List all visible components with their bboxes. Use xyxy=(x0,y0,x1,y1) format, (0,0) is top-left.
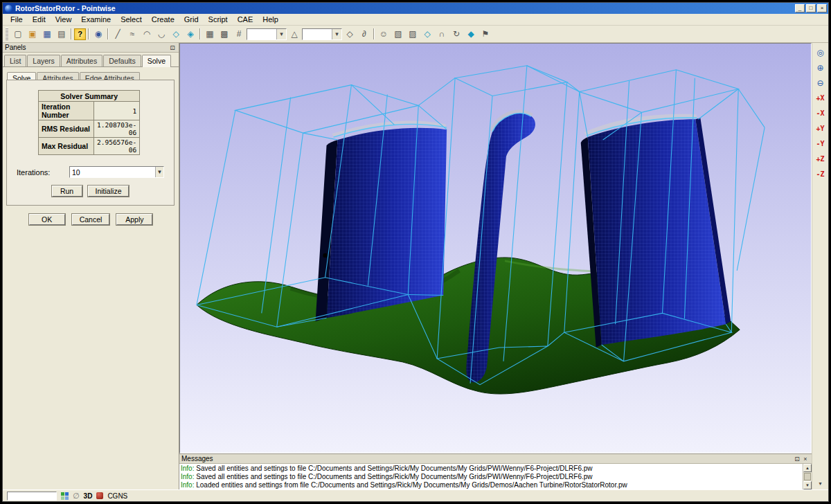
zoom-out-icon[interactable]: ⊖ xyxy=(814,76,827,89)
line-tool-icon[interactable]: ╱ xyxy=(111,28,125,41)
menu-item[interactable]: Select xyxy=(116,15,147,24)
restore-button[interactable]: □ xyxy=(806,4,816,12)
toolbar-separator[interactable] xyxy=(198,28,202,40)
curve-tool-icon[interactable]: ◡ xyxy=(154,28,168,41)
view-plus-z-button[interactable]: +Z xyxy=(814,152,827,165)
view-minus-z-button[interactable]: -Z xyxy=(814,168,827,181)
rotation-center-icon[interactable]: ◎ xyxy=(814,46,827,59)
titlebar[interactable]: RotorStatorRotor - Pointwise _ □ × xyxy=(3,3,828,14)
ok-button[interactable]: OK xyxy=(29,214,65,225)
flag-icon[interactable]: ⚑ xyxy=(479,28,492,41)
menu-item[interactable]: Create xyxy=(147,15,179,24)
toolbar-separator[interactable] xyxy=(106,28,110,40)
menu-item[interactable]: Edit xyxy=(28,15,51,24)
file-new-icon[interactable]: ▢ xyxy=(11,28,25,41)
float-panel-icon[interactable]: ⊡ xyxy=(168,44,177,51)
diamond-tool-icon[interactable]: ◇ xyxy=(169,28,183,41)
panel-tab[interactable]: Layers xyxy=(27,55,60,66)
panel-tab[interactable]: List xyxy=(4,55,26,66)
menu-item[interactable]: Script xyxy=(204,15,233,24)
scroll-thumb[interactable] xyxy=(804,473,811,480)
statusbar: ∅ 3D CGNS xyxy=(3,489,828,501)
spacing-combo[interactable] xyxy=(302,28,342,40)
summary-row-value: 1.208703e-06 xyxy=(94,120,140,138)
log-line: Info: Saved all entities and settings to… xyxy=(181,473,801,481)
file-import-icon[interactable]: ▤ xyxy=(55,28,69,41)
solve-groupbox: Solver Summary Iteration Number 1 RMS Re… xyxy=(6,80,175,206)
summary-row-label: RMS Residual xyxy=(39,120,94,138)
derivative-icon[interactable]: ∂ xyxy=(357,28,371,41)
view-minus-y-button[interactable]: -Y xyxy=(814,137,827,150)
initialize-button[interactable]: Initialize xyxy=(88,186,129,197)
log-text: Loaded entities and settings from file C… xyxy=(194,481,627,489)
connector-icon[interactable]: ∩ xyxy=(435,28,449,41)
toolbar-grip[interactable] xyxy=(6,28,8,40)
spin-icon[interactable]: ↻ xyxy=(449,28,463,41)
toolbar-overflow-icon[interactable]: ▾ xyxy=(819,480,821,487)
block-grid-icon[interactable]: ▩ xyxy=(217,28,231,41)
chevron-down-icon[interactable]: ▼ xyxy=(155,167,163,177)
menu-item[interactable]: Help xyxy=(258,15,283,24)
diamond3-icon[interactable]: ◆ xyxy=(464,28,478,41)
tolerance-icon: ∅ xyxy=(73,492,80,501)
panels-header: Panels ⊡ xyxy=(3,43,179,53)
messages-panel: Messages ⊡ × Info: Saved all entities an… xyxy=(179,453,812,489)
solver-summary-table: Solver Summary Iteration Number 1 RMS Re… xyxy=(38,90,140,155)
probe-icon[interactable]: ◉ xyxy=(91,28,105,41)
messages-log: Info: Saved all entities and settings to… xyxy=(179,464,803,489)
cube-solid-icon[interactable]: ▨ xyxy=(406,28,420,41)
panel-tab[interactable]: Attributes xyxy=(61,55,102,66)
dimension-combo[interactable] xyxy=(247,28,287,40)
messages-scrollbar[interactable]: ▲ ▼ xyxy=(803,464,812,489)
toolbar-separator[interactable] xyxy=(87,28,91,40)
cae-format: CGNS xyxy=(107,492,127,500)
domain-grid-icon[interactable]: ▦ xyxy=(203,28,217,41)
menu-item[interactable]: File xyxy=(6,15,28,24)
arc-tool-icon[interactable]: ◠ xyxy=(140,28,154,41)
menu-item[interactable]: CAE xyxy=(233,15,258,24)
menu-item[interactable]: Grid xyxy=(179,15,204,24)
log-level: Info: xyxy=(181,465,194,472)
view-plus-x-button[interactable]: +X xyxy=(814,91,827,105)
menu-item[interactable]: View xyxy=(51,15,77,24)
dimension-icon[interactable]: # xyxy=(232,28,246,41)
viewport-canvas xyxy=(180,44,811,453)
view-minus-x-button[interactable]: -X xyxy=(814,107,827,120)
close-button[interactable]: × xyxy=(817,4,827,12)
float-messages-icon[interactable]: ⊡ xyxy=(793,455,801,462)
diamond-point-tool-icon[interactable]: ◈ xyxy=(184,28,197,41)
examine-icon[interactable]: ☺ xyxy=(377,28,391,41)
3d-viewport[interactable] xyxy=(179,43,812,453)
log-line: Info: Loaded entities and settings from … xyxy=(181,481,801,489)
zoom-in-icon[interactable]: ⊕ xyxy=(814,61,827,74)
view-plus-y-button[interactable]: +Y xyxy=(814,122,827,135)
panel-tab[interactable]: Defaults xyxy=(103,55,141,66)
spacing-icon[interactable]: ◇ xyxy=(343,28,357,41)
file-open-icon[interactable]: ▣ xyxy=(26,28,39,41)
cube-translucent-icon[interactable]: ▧ xyxy=(391,28,405,41)
close-messages-icon[interactable]: × xyxy=(801,455,810,462)
run-button[interactable]: Run xyxy=(52,186,82,197)
scroll-down-icon[interactable]: ▼ xyxy=(803,481,812,489)
apply-button[interactable]: Apply xyxy=(116,214,152,225)
file-save-icon[interactable]: ▦ xyxy=(40,28,54,41)
solver-summary-title: Solver Summary xyxy=(39,91,140,102)
minimize-button[interactable]: _ xyxy=(795,4,805,12)
messages-title: Messages xyxy=(181,455,793,462)
menu-item[interactable]: Examine xyxy=(76,15,116,24)
command-input[interactable] xyxy=(7,492,57,501)
cancel-button[interactable]: Cancel xyxy=(72,214,110,225)
layer-grid-icon xyxy=(61,492,69,500)
help-icon[interactable]: ? xyxy=(74,28,86,40)
spline-tool-icon[interactable]: ≈ xyxy=(125,28,139,41)
iterations-input[interactable] xyxy=(70,167,155,177)
log-line: Info: Saved all entities and settings to… xyxy=(181,465,801,473)
angle-tool-icon[interactable]: △ xyxy=(287,28,301,41)
table-row: RMS Residual 1.208703e-06 xyxy=(39,120,140,138)
toolbar-separator[interactable] xyxy=(69,28,73,40)
panels-sidebar: Panels ⊡ ListLayersAttributesDefaultsSol… xyxy=(3,43,179,489)
toolbar-separator[interactable] xyxy=(372,28,376,40)
panel-tab[interactable]: Solve xyxy=(142,55,171,67)
diamond2-icon[interactable]: ◇ xyxy=(420,28,434,41)
scroll-up-icon[interactable]: ▲ xyxy=(803,464,812,472)
